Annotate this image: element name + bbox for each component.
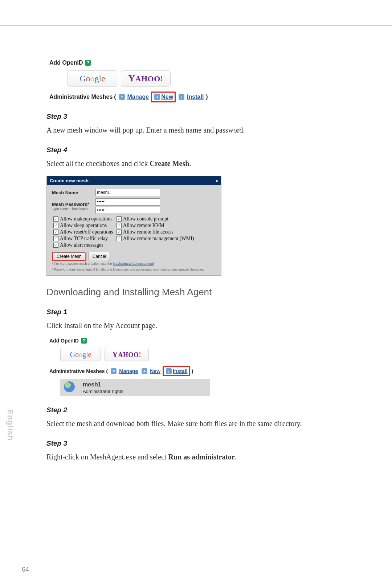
dialog-footnote-2: * Password must be at least 8 length, on… [52, 268, 217, 272]
install-link[interactable]: Install [187, 94, 204, 100]
new-icon-2: + [142, 368, 147, 374]
help-icon-2[interactable]: ? [81, 338, 87, 344]
mesh-globe-icon [62, 381, 78, 394]
step1-text: Click Install on the My Account page. [46, 320, 326, 331]
admin-meshes-row-2: Administrative Meshes ( ≡ Manage + New ↓… [49, 366, 326, 376]
step3b-heading: Step 3 [46, 439, 326, 447]
cancel-button[interactable]: Cancel [89, 252, 110, 261]
help-icon[interactable]: ? [85, 60, 91, 66]
chk-alert[interactable]: ✓Allow alert messages [53, 242, 115, 248]
section-heading: Downloading and Installing Mesh Agent [46, 287, 326, 298]
mesh-password-label: Mesh Password* Type same in both boxes [52, 202, 95, 211]
dialog-close-icon[interactable]: x [216, 178, 218, 183]
manage-link[interactable]: Manage [127, 94, 149, 100]
admin-meshes-label-2: Administrative Meshes [49, 368, 105, 374]
highlight-create-mesh: Create Mesh [52, 252, 86, 261]
step4-text: Select all the checkboxes and click Crea… [46, 158, 326, 169]
install-link-2[interactable]: Install [173, 368, 187, 374]
step2-heading: Step 2 [46, 406, 326, 414]
page-number: 64 [22, 566, 29, 573]
yahoo-logo-icon: YAHOO! [128, 73, 163, 84]
step3-text: A new mesh window will pop up. Enter a m… [46, 124, 326, 136]
chk-makeup[interactable]: ✓Allow makeup operations [53, 216, 115, 222]
mesh-row-title: mesh1 [83, 381, 123, 388]
google-button[interactable]: Google [68, 70, 117, 86]
page-content: Add OpenID ? Google YAHOO! Administrativ… [46, 54, 326, 469]
new-link-2[interactable]: New [150, 368, 160, 374]
yahoo-button-2[interactable]: YAHOO! [105, 348, 149, 361]
chk-console[interactable]: ✓Allow console prompt [117, 216, 168, 222]
install-icon-2: ↓ [166, 368, 172, 374]
step3b-text: Right-click on MeshAgent.exe and select … [46, 451, 326, 463]
connector-tool-link[interactable]: MeshCentral Connector tool [113, 262, 154, 265]
openid-screenshot-2: Add OpenID ? Google YAHOO! Administrativ… [49, 338, 326, 396]
dialog-title: Create new mesh [50, 178, 89, 183]
manage-icon-2: ≡ [111, 368, 117, 374]
chk-kvm[interactable]: ✓Allow remote KVM [117, 223, 164, 228]
highlight-install: ↓ Install [163, 366, 190, 376]
yahoo-button[interactable]: YAHOO! [121, 70, 171, 86]
admin-meshes-label: Administrative Meshes [49, 94, 113, 100]
chk-sleep[interactable]: ✓Allow sleep operations [53, 223, 115, 228]
google-logo-icon: Google [79, 74, 105, 84]
mesh-password-input-1[interactable] [95, 198, 160, 206]
install-icon: ↓ [179, 94, 184, 100]
step1-heading: Step 1 [46, 308, 326, 316]
mesh-name-input[interactable] [95, 189, 160, 196]
dialog-footnote-1: * For more secure mesh creation, use the… [52, 262, 217, 266]
step3-heading: Step 3 [46, 113, 326, 121]
chk-tcp[interactable]: ✓Allow TCP traffic relay [53, 236, 115, 242]
chk-file[interactable]: ✓Allow remote file access [117, 229, 173, 235]
chk-reset[interactable]: ✓Allow reset/off operations [53, 229, 115, 235]
create-mesh-button[interactable]: Create Mesh [53, 252, 86, 260]
mesh-row-subtitle: Administrator rights [83, 389, 123, 394]
yahoo-logo-icon-2: YAHOO! [112, 350, 141, 359]
mesh-list-row[interactable]: mesh1 Administrator rights [60, 379, 210, 396]
step2-text: Select the mesh and download both files.… [46, 418, 326, 429]
permission-checkboxes: ✓Allow makeup operations ✓Allow console … [53, 216, 217, 248]
admin-meshes-row-1: Administrative Meshes ( ≡ Manage + New ↓… [49, 92, 326, 102]
manage-link-2[interactable]: Manage [119, 368, 138, 374]
new-link[interactable]: New [161, 94, 173, 100]
highlight-new: + New [151, 92, 176, 102]
page-top-rule [0, 25, 392, 26]
manage-icon: ≡ [119, 94, 125, 100]
add-openid-label: Add OpenID [49, 60, 83, 66]
mesh-name-label: Mesh Name [52, 190, 95, 195]
create-mesh-dialog: Create new mesh x Mesh Name Mesh Passwor… [46, 176, 221, 276]
new-icon: + [154, 94, 160, 100]
step4-heading: Step 4 [46, 146, 326, 154]
openid-screenshot-1: Add OpenID ? Google YAHOO! Administrativ… [49, 60, 326, 102]
google-button-2[interactable]: Google [60, 348, 101, 361]
language-tab: English [0, 405, 20, 445]
add-openid-label-2: Add OpenID [49, 338, 79, 344]
google-logo-icon-2: Google [70, 350, 91, 359]
chk-wmi[interactable]: ✓Allow remote management (WMI) [117, 236, 194, 242]
mesh-password-input-2[interactable] [95, 207, 160, 214]
